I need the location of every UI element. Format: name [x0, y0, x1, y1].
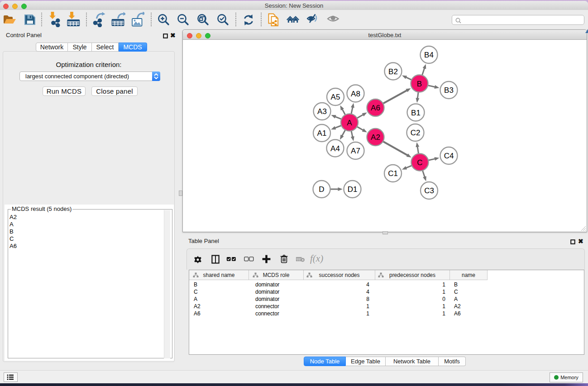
svg-text:A7: A7	[351, 147, 360, 155]
svg-text:C3: C3	[424, 186, 434, 195]
svg-text:A4: A4	[330, 144, 340, 153]
svg-text:B2: B2	[388, 67, 398, 76]
svg-text:C1: C1	[388, 169, 398, 178]
svg-text:B4: B4	[424, 51, 434, 59]
svg-text:D: D	[319, 185, 324, 194]
svg-text:A3: A3	[317, 107, 327, 116]
svg-text:B: B	[417, 80, 422, 88]
svg-text:B3: B3	[444, 86, 454, 95]
svg-text:C4: C4	[444, 152, 454, 160]
svg-text:A5: A5	[331, 93, 340, 101]
svg-text:C: C	[417, 158, 422, 167]
svg-text:C2: C2	[411, 129, 421, 137]
svg-text:B1: B1	[411, 109, 421, 117]
svg-text:A6: A6	[371, 104, 380, 112]
svg-text:A2: A2	[371, 133, 380, 142]
svg-text:A8: A8	[351, 90, 360, 98]
svg-text:A1: A1	[317, 129, 327, 138]
svg-text:A: A	[347, 119, 352, 127]
svg-text:D1: D1	[348, 185, 358, 194]
